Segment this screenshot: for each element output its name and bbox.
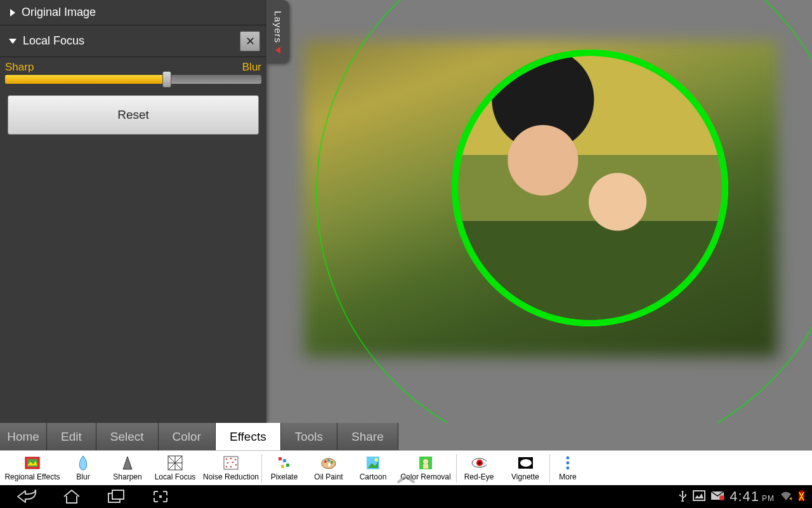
tool-red-eye[interactable]: Red-Eye: [457, 451, 501, 486]
tool-pixelate[interactable]: Pixelate: [262, 451, 306, 486]
close-button[interactable]: ✕: [240, 31, 260, 51]
tab-label: Home: [7, 430, 39, 444]
cartoon-icon: [365, 455, 381, 471]
svg-rect-13: [283, 459, 286, 462]
tab-edit[interactable]: Edit: [47, 423, 96, 450]
layers-tab-label: Layers: [273, 11, 284, 43]
tool-label: Vignette: [511, 472, 539, 481]
reset-button-label: Reset: [117, 108, 149, 122]
android-system-bar: 4:41 PM: [0, 485, 812, 508]
svg-rect-37: [693, 491, 705, 500]
panel-original-image[interactable]: Original Image: [0, 0, 266, 25]
svg-rect-12: [278, 457, 282, 460]
battery-icon: [797, 490, 806, 504]
tool-label: Sharpen: [113, 472, 141, 481]
red-eye-icon: [471, 455, 487, 471]
tool-cartoon[interactable]: Cartoon: [351, 451, 395, 486]
clock-time: 4:41: [730, 488, 759, 505]
svg-rect-25: [423, 464, 428, 469]
svg-point-7: [227, 462, 229, 464]
panel-local-focus[interactable]: Local Focus ✕: [0, 25, 266, 57]
vignette-icon: [518, 455, 533, 471]
tool-noise-reduction[interactable]: Noise Reduction: [200, 451, 261, 486]
close-icon: ✕: [246, 34, 255, 48]
tool-oil-paint[interactable]: Oil Paint: [306, 451, 351, 486]
sharpen-icon: [120, 455, 135, 471]
tab-label: Tools: [295, 430, 323, 444]
usb-icon: [678, 490, 688, 504]
regional-effects-icon: [25, 455, 40, 471]
tool-more[interactable]: More: [550, 451, 586, 486]
svg-point-4: [226, 458, 228, 460]
noise-reduction-icon: [223, 455, 239, 471]
svg-point-10: [226, 465, 228, 467]
mail-icon: [710, 491, 724, 502]
svg-point-6: [235, 458, 237, 460]
image-saved-icon: [693, 490, 705, 503]
tab-home[interactable]: Home: [0, 423, 47, 450]
svg-point-24: [423, 459, 428, 464]
panel-local-focus-label: Local Focus: [23, 34, 84, 48]
tool-regional-effects[interactable]: Regional Effects: [4, 451, 61, 486]
photo-blurred: [304, 41, 778, 357]
svg-rect-41: [801, 490, 803, 491]
recent-apps-button[interactable]: [105, 488, 127, 505]
svg-point-19: [331, 461, 333, 464]
chevron-right-icon: [10, 9, 15, 17]
screenshot-button[interactable]: [150, 488, 171, 505]
tool-label: Cartoon: [360, 472, 387, 481]
svg-point-5: [230, 457, 232, 459]
home-button[interactable]: [61, 488, 82, 505]
pixelate-icon: [277, 455, 292, 471]
tool-sharpen[interactable]: Sharpen: [105, 451, 150, 486]
tool-local-focus[interactable]: Local Focus: [150, 451, 200, 486]
svg-point-8: [232, 461, 234, 463]
svg-point-11: [230, 465, 232, 467]
svg-point-28: [478, 462, 481, 464]
svg-point-20: [328, 463, 331, 467]
effect-panel: Original Image Local Focus ✕ Sharp Blur …: [0, 0, 266, 423]
tab-effects[interactable]: Effects: [216, 423, 281, 450]
tool-label: Local Focus: [155, 472, 196, 481]
svg-rect-35: [112, 490, 124, 499]
effects-toolbar: Regional EffectsBlurSharpenLocal FocusNo…: [0, 450, 812, 485]
svg-point-22: [375, 458, 378, 461]
wifi-icon: [780, 490, 792, 503]
tab-color[interactable]: Color: [159, 423, 216, 450]
tab-share[interactable]: Share: [337, 423, 398, 450]
oil-paint-icon: [321, 455, 336, 471]
tab-tools[interactable]: Tools: [281, 423, 337, 450]
chevron-down-icon: [9, 39, 16, 44]
svg-rect-36: [159, 495, 162, 498]
tab-select[interactable]: Select: [96, 423, 159, 450]
tool-blur[interactable]: Blur: [61, 451, 105, 486]
svg-point-17: [324, 460, 327, 463]
tool-color-removal[interactable]: Color Removal: [395, 451, 456, 486]
chevron-left-icon: [275, 46, 280, 54]
tab-label: Effects: [230, 430, 266, 444]
tool-vignette[interactable]: Vignette: [501, 451, 549, 486]
reset-button[interactable]: Reset: [8, 95, 259, 135]
tab-label: Edit: [61, 430, 82, 444]
back-button[interactable]: [16, 488, 38, 505]
tool-label: More: [559, 472, 576, 481]
tab-label: Share: [351, 430, 384, 444]
status-clock: 4:41 PM: [730, 488, 775, 505]
tool-label: Blur: [76, 472, 89, 481]
svg-point-39: [719, 495, 724, 500]
more-icon: [560, 455, 575, 471]
tool-label: Noise Reduction: [203, 472, 259, 481]
slider-label-blur: Blur: [242, 61, 261, 74]
panel-original-label: Original Image: [22, 6, 96, 19]
focus-slider[interactable]: [5, 75, 261, 84]
clock-ampm: PM: [762, 494, 775, 503]
tool-label: Red-Eye: [464, 472, 494, 481]
svg-point-33: [566, 466, 570, 469]
tool-label: Color Removal: [400, 472, 450, 481]
local-focus-icon: [167, 455, 183, 471]
layers-tab[interactable]: Layers: [266, 0, 289, 64]
tab-label: Color: [173, 430, 201, 444]
slider-thumb[interactable]: [162, 71, 171, 88]
tool-label: Oil Paint: [314, 472, 343, 481]
svg-point-32: [566, 461, 570, 464]
